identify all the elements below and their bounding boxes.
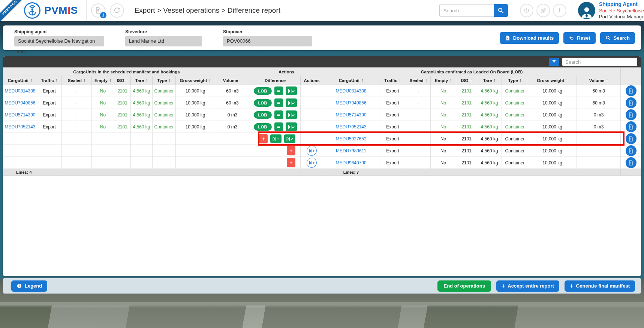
header-search-button[interactable] <box>494 4 508 17</box>
column-header-cargounit-right[interactable]: CargoUnit↑ <box>323 76 379 85</box>
column-header-empty-left[interactable]: Empty↑ <box>92 76 114 85</box>
empty-cell-right: No <box>431 121 456 133</box>
info-button[interactable]: i <box>553 4 566 17</box>
add-note-button[interactable] <box>626 157 637 168</box>
lob-pill[interactable]: LOB <box>254 111 272 119</box>
column-header-iso-left[interactable]: ISO↑ <box>114 76 131 85</box>
column-header-empty-right[interactable]: Empty↑ <box>431 76 456 85</box>
equals-button[interactable]: = <box>274 122 283 131</box>
column-header-volume-right[interactable]: Volume↑ <box>577 76 621 85</box>
header-search-input[interactable] <box>439 4 494 17</box>
search-button[interactable]: Search <box>600 32 635 44</box>
transfer-add-button[interactable] <box>270 134 282 143</box>
column-header-traffic-left[interactable]: Traffic↑ <box>37 76 62 85</box>
add-note-button[interactable] <box>626 85 637 96</box>
tare-cell-right: 4,560 kg <box>477 157 502 169</box>
column-header-type-right[interactable]: Type↑ <box>502 76 528 85</box>
end-of-operations-button[interactable]: End of operations <box>437 280 491 292</box>
column-header-gross-weight-left[interactable]: Gross weight↑ <box>176 76 215 85</box>
cargo-unit-cell-left: MEDU0814308 <box>3 85 37 97</box>
confirm-loaded-button[interactable] <box>286 86 297 95</box>
column-header-type-left[interactable]: Type↑ <box>153 76 176 85</box>
excel-file-icon <box>505 35 511 41</box>
add-note-icon <box>628 148 634 154</box>
logout-button[interactable] <box>520 4 533 17</box>
info-circle-icon <box>16 283 22 289</box>
confirm-loaded-button[interactable] <box>284 134 295 143</box>
add-button[interactable]: + <box>287 158 295 167</box>
equals-button[interactable]: = <box>274 98 283 107</box>
transfer-button[interactable] <box>307 146 317 156</box>
column-header-iso-right[interactable]: ISO↑ <box>456 76 477 85</box>
cargo-unit-link[interactable]: MEDU7949856 <box>336 100 367 106</box>
confirm-loaded-button[interactable] <box>286 98 297 107</box>
column-header-volume-left[interactable]: Volume↑ <box>215 76 250 85</box>
sort-asc-icon: ↑ <box>109 78 111 83</box>
column-header-tare-right[interactable]: Tare↑ <box>477 76 502 85</box>
column-header-traffic-right[interactable]: Traffic↑ <box>379 76 406 85</box>
cargo-unit-link[interactable]: MEDU7989611 <box>336 148 366 154</box>
sealed-cell-right: - <box>406 133 431 145</box>
add-note-button[interactable] <box>626 109 637 120</box>
field-stopover: Stopover POV00066 <box>223 29 312 46</box>
equals-button[interactable]: = <box>274 110 283 119</box>
breadcrumb: Export > Vessel operations > Difference … <box>135 6 280 15</box>
add-button[interactable]: + <box>287 146 295 155</box>
lob-pill[interactable]: LOB <box>254 87 272 95</box>
cargo-unit-cell-right: MEDU9640790 <box>323 157 379 169</box>
reset-button[interactable]: Reset <box>563 32 595 44</box>
cargo-unit-link[interactable]: MEDU7052143 <box>336 124 367 130</box>
add-note-button[interactable] <box>626 133 637 144</box>
column-header-sealed-left[interactable]: Sealed↑ <box>62 76 92 85</box>
stopover-input[interactable]: POV00066 <box>223 36 312 46</box>
power-icon <box>523 7 530 14</box>
legend-button[interactable]: Legend <box>11 280 47 292</box>
refresh-button[interactable] <box>110 3 124 18</box>
cargo-unit-link[interactable]: MEDU7052143 <box>4 124 35 130</box>
transfer-button[interactable] <box>307 158 317 168</box>
column-header-sealed-right[interactable]: Sealed↑ <box>406 76 431 85</box>
add-button[interactable]: + <box>259 134 268 143</box>
user-block[interactable]: Shipping Agent Société Seychelloise De N… <box>572 0 644 21</box>
add-note-button[interactable] <box>626 145 637 156</box>
equals-button[interactable]: = <box>274 86 283 95</box>
traffic-cell-left <box>37 145 62 157</box>
user-role: Shipping Agent <box>599 1 644 8</box>
add-note-button[interactable] <box>626 121 637 132</box>
lob-pill[interactable]: LOB <box>254 123 272 131</box>
confirm-loaded-button[interactable] <box>286 122 297 131</box>
confirm-loaded-button[interactable] <box>286 110 297 119</box>
cargo-unit-link[interactable]: MEDU5927652 <box>336 136 367 142</box>
cargo-unit-link[interactable]: MEDU0814308 <box>4 88 35 94</box>
lob-pill[interactable]: LOB <box>254 99 272 107</box>
cargo-unit-link[interactable]: MEDU5714390 <box>336 112 367 118</box>
gross-weight-cell-right: 10,000 kg <box>528 157 577 169</box>
traffic-cell-right: Export <box>379 97 406 109</box>
tare-cell-left <box>131 145 153 157</box>
type-cell-left: Container <box>153 121 176 133</box>
iso-cell-left <box>114 157 131 169</box>
documents-button[interactable]: 1 <box>91 3 105 18</box>
sort-asc-icon: ↑ <box>126 78 128 83</box>
accept-entire-report-button[interactable]: + Accept entire report <box>496 280 559 292</box>
cargo-unit-link[interactable]: MEDU7949856 <box>4 100 35 106</box>
gross-weight-cell-left <box>176 145 215 157</box>
settings-button[interactable] <box>536 4 550 17</box>
table-filter-button[interactable] <box>549 58 559 66</box>
generate-final-manifest-button[interactable]: + Generate final manifest <box>565 280 635 292</box>
cargo-unit-link[interactable]: MEDU5714390 <box>4 112 35 118</box>
column-header-gross-weight-right[interactable]: Gross weight↑ <box>528 76 577 85</box>
download-results-button[interactable]: Download results <box>500 32 559 44</box>
cargo-unit-link[interactable]: MEDU9640790 <box>336 160 367 165</box>
shipping-agent-input[interactable]: Société Seychelloise De Navigation Ltd <box>14 36 104 46</box>
table-search-input[interactable] <box>562 58 637 66</box>
sealed-cell-left: - <box>62 109 92 121</box>
tare-cell-left <box>131 157 153 169</box>
notification-badge: 1 <box>100 12 106 18</box>
column-header-tare-left[interactable]: Tare↑ <box>131 76 153 85</box>
column-header-cargounit-left[interactable]: CargoUnit↑ <box>3 76 37 85</box>
tare-cell-left: 4,560 kg <box>131 109 153 121</box>
stevedore-input[interactable]: Land Marine Ltd <box>125 36 202 46</box>
cargo-unit-link[interactable]: MEDU0814308 <box>336 88 367 94</box>
add-note-button[interactable] <box>626 97 637 108</box>
